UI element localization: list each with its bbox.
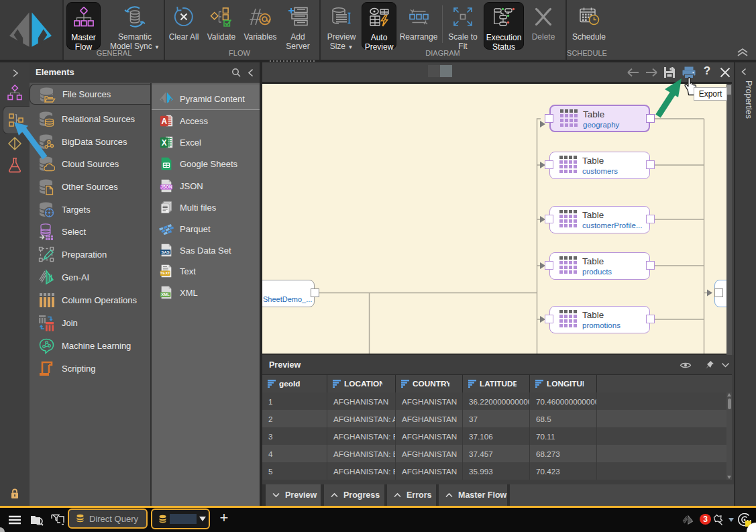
svg-text:X: X [162,138,167,148]
svg-text:TEXT: TEXT [160,271,171,275]
svg-text:A: A [161,117,167,126]
svg-text:XML: XML [161,292,170,297]
svg-text:SAS: SAS [162,250,170,254]
svg-text:JSON: JSON [160,184,172,189]
